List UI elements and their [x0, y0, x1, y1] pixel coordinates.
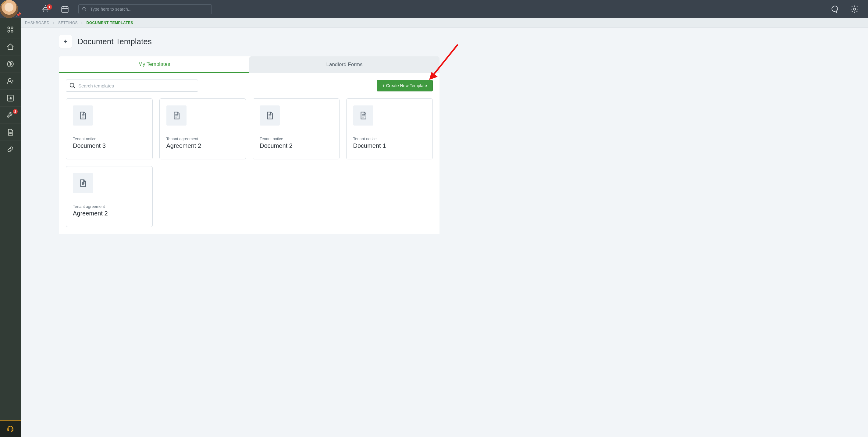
document-icon	[260, 105, 280, 126]
svg-point-6	[11, 30, 13, 32]
sidebar-item-maintenance[interactable]: 2	[0, 106, 21, 123]
svg-point-4	[11, 27, 13, 29]
sidebar-item-home[interactable]	[0, 38, 21, 55]
svg-point-10	[70, 83, 74, 87]
search-icon	[82, 6, 87, 12]
svg-point-2	[854, 8, 856, 10]
sidebar-item-support[interactable]	[0, 420, 21, 437]
sidebar-item-finance[interactable]	[0, 55, 21, 72]
tab-landlord-forms[interactable]: Landlord Forms	[249, 56, 439, 73]
template-card[interactable]: Tenant agreement Agreement 2	[66, 166, 153, 227]
template-search-input[interactable]	[78, 83, 195, 88]
global-search-input[interactable]	[90, 7, 209, 11]
template-name: Agreement 2	[166, 142, 239, 149]
pin-icon: 📌	[16, 12, 21, 17]
sidebar-item-reports[interactable]	[0, 89, 21, 106]
sidebar-item-people[interactable]	[0, 72, 21, 89]
svg-point-5	[8, 30, 9, 32]
sidebar: 2	[0, 18, 21, 437]
template-name: Document 1	[353, 142, 426, 149]
breadcrumb-current: DOCUMENT TEMPLATES	[87, 21, 133, 25]
page-title: Document Templates	[78, 37, 152, 46]
template-category: Tenant notice	[260, 136, 333, 141]
chat-icon[interactable]	[829, 3, 841, 15]
document-icon	[73, 173, 93, 193]
template-category: Tenant notice	[73, 136, 146, 141]
sidebar-item-apps[interactable]	[0, 21, 21, 38]
notifications-icon[interactable]: 1	[39, 3, 52, 15]
settings-gear-icon[interactable]	[848, 3, 861, 15]
template-name: Document 2	[260, 142, 333, 149]
template-card[interactable]: Tenant notice Document 3	[66, 98, 153, 159]
template-card[interactable]: Tenant notice Document 1	[346, 98, 433, 159]
topbar: 📌 1	[0, 0, 868, 18]
svg-point-8	[8, 78, 11, 81]
create-new-template-button[interactable]: + Create New Template	[377, 80, 433, 91]
global-search[interactable]	[78, 4, 212, 14]
breadcrumb-settings[interactable]: SETTINGS	[58, 21, 78, 25]
template-name: Agreement 2	[73, 210, 146, 217]
template-category: Tenant notice	[353, 136, 426, 141]
document-icon	[166, 105, 187, 126]
template-grid: Tenant notice Document 3 Tenant agreemen…	[59, 92, 439, 234]
chevron-right-icon: ›	[53, 21, 55, 25]
breadcrumb-dashboard[interactable]: DASHBOARD	[25, 21, 50, 25]
tab-my-templates[interactable]: My Templates	[59, 56, 249, 73]
notifications-badge: 1	[46, 4, 52, 10]
back-button[interactable]	[59, 35, 72, 48]
template-card[interactable]: Tenant agreement Agreement 2	[159, 98, 246, 159]
template-category: Tenant agreement	[166, 136, 239, 141]
sidebar-item-documents[interactable]	[0, 123, 21, 141]
template-category: Tenant agreement	[73, 204, 146, 209]
tabs: My Templates Landlord Forms	[59, 56, 439, 73]
maintenance-badge: 2	[13, 109, 18, 114]
svg-point-3	[8, 27, 9, 29]
document-icon	[353, 105, 373, 126]
sidebar-item-link[interactable]	[0, 141, 21, 158]
document-icon	[73, 105, 93, 126]
svg-rect-0	[62, 6, 68, 12]
template-name: Document 3	[73, 142, 146, 149]
template-card[interactable]: Tenant notice Document 2	[253, 98, 340, 159]
avatar[interactable]	[0, 0, 18, 18]
svg-point-1	[83, 7, 85, 10]
template-search[interactable]	[66, 80, 198, 92]
chevron-right-icon: ›	[82, 21, 83, 25]
search-icon	[69, 82, 76, 89]
calendar-icon[interactable]	[59, 3, 71, 15]
breadcrumb: DASHBOARD › SETTINGS › DOCUMENT TEMPLATE…	[21, 18, 868, 28]
